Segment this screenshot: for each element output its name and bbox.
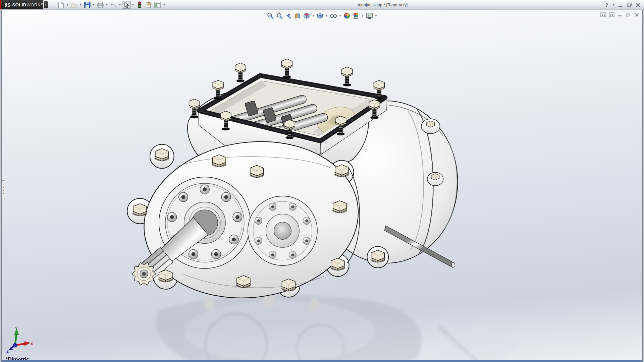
print-dropdown[interactable]: ▾ bbox=[105, 1, 109, 9]
document-title: menjac sklop * [Read-only] bbox=[358, 0, 408, 9]
zoom-to-area-icon bbox=[276, 12, 283, 19]
view-settings-dropdown[interactable]: ▾ bbox=[374, 12, 378, 20]
pane-arrow-icon: ◂ bbox=[3, 192, 4, 194]
display-style-dropdown[interactable]: ▾ bbox=[325, 12, 328, 20]
save-floppy-icon bbox=[84, 2, 91, 8]
view-settings-icon bbox=[366, 13, 373, 19]
hide-show-items-button[interactable] bbox=[329, 12, 337, 20]
standard-toolbar: ▾ ▾ ▾ bbox=[57, 0, 166, 9]
child-minimize-icon bbox=[618, 13, 622, 17]
apply-scene-dropdown[interactable]: ▾ bbox=[361, 12, 364, 20]
view-orientation-button[interactable] bbox=[303, 12, 311, 20]
help-icon: ? bbox=[605, 2, 608, 8]
open-button[interactable] bbox=[70, 1, 78, 9]
collapse-pane-icon bbox=[600, 12, 606, 17]
triad-z-label: Z bbox=[6, 349, 9, 353]
zoom-to-fit-button[interactable] bbox=[266, 12, 274, 20]
hide-show-dropdown[interactable]: ▾ bbox=[338, 12, 342, 20]
child-window-controls bbox=[600, 12, 640, 17]
file-properties-icon bbox=[145, 2, 152, 8]
zoom-to-fit-icon bbox=[267, 12, 274, 19]
expand-pane-button[interactable] bbox=[608, 12, 614, 17]
display-style-icon bbox=[317, 12, 323, 19]
feature-pane-tab[interactable]: ◂ ◂ ◂ bbox=[2, 180, 5, 199]
brand-solid: SOLID bbox=[12, 2, 26, 7]
print-icon bbox=[97, 2, 104, 8]
floor-reflection bbox=[156, 293, 524, 361]
eyeglasses-icon bbox=[330, 13, 337, 19]
help-dropdown[interactable]: ▾ bbox=[612, 1, 615, 9]
open-folder-icon bbox=[71, 2, 77, 8]
section-view-button[interactable] bbox=[293, 12, 302, 20]
view-orientation-dropdown[interactable]: ▾ bbox=[312, 12, 315, 20]
window-bottom-border bbox=[2, 360, 642, 361]
solidworks-logo: ∂S SOLIDWORKS bbox=[0, 0, 43, 9]
undo-arrow-icon bbox=[110, 2, 117, 8]
minimize-button[interactable] bbox=[617, 2, 624, 8]
close-icon bbox=[636, 3, 640, 7]
child-restore-button[interactable] bbox=[625, 12, 631, 17]
interference-lights-button[interactable] bbox=[135, 1, 144, 9]
undo-button[interactable] bbox=[109, 1, 118, 9]
title-bar: ∂S SOLIDWORKS ▸ ▾ ▾ bbox=[0, 0, 644, 9]
undo-dropdown[interactable]: ▾ bbox=[118, 1, 122, 9]
pane-arrow-icon: ◂ bbox=[3, 189, 4, 191]
cursor-arrow-icon bbox=[124, 2, 129, 8]
triad-y-label: Y bbox=[15, 326, 18, 330]
edit-appearance-button[interactable] bbox=[343, 12, 351, 20]
restore-button[interactable] bbox=[626, 2, 633, 8]
zoom-to-area-button[interactable] bbox=[275, 12, 283, 20]
options-button[interactable] bbox=[153, 1, 162, 9]
close-button[interactable] bbox=[634, 2, 642, 8]
ds-logo-icon: ∂S bbox=[5, 2, 10, 8]
gearbox-3d-model[interactable] bbox=[2, 10, 642, 361]
headsup-view-toolbar: ▾ ▾ ▾ bbox=[266, 12, 378, 20]
save-button[interactable] bbox=[83, 1, 92, 9]
new-document-button[interactable] bbox=[57, 1, 65, 9]
new-document-dropdown[interactable]: ▾ bbox=[66, 1, 69, 9]
select-tool-button[interactable] bbox=[122, 1, 131, 9]
select-dropdown[interactable]: ▾ bbox=[131, 1, 135, 9]
child-close-button[interactable] bbox=[634, 12, 640, 17]
appearance-ball-icon bbox=[343, 12, 350, 19]
window-controls: ? ▾ bbox=[603, 0, 642, 9]
solidworks-window: ∂S SOLIDWORKS ▸ ▾ ▾ bbox=[0, 0, 644, 362]
child-restore-icon bbox=[626, 13, 631, 17]
apply-scene-button[interactable] bbox=[352, 12, 360, 20]
new-document-icon bbox=[58, 2, 64, 8]
save-dropdown[interactable]: ▾ bbox=[92, 1, 96, 9]
restore-icon bbox=[627, 3, 632, 7]
collapse-pane-button[interactable] bbox=[600, 12, 606, 17]
options-dropdown[interactable]: ▾ bbox=[162, 1, 166, 9]
traffic-light-icon bbox=[138, 1, 141, 8]
minimize-icon bbox=[618, 3, 623, 7]
expand-pane-icon bbox=[609, 12, 614, 17]
graphics-viewport[interactable]: ▾ ▾ ▾ bbox=[1, 10, 643, 362]
triad-x-label: X bbox=[31, 342, 33, 346]
secondary-flange bbox=[248, 196, 317, 265]
menu-flyout-arrow[interactable]: ▸ bbox=[44, 1, 48, 8]
apply-scene-icon bbox=[353, 12, 359, 19]
view-orientation-icon bbox=[303, 12, 310, 19]
previous-view-icon bbox=[285, 12, 292, 19]
child-close-icon bbox=[635, 13, 639, 17]
child-minimize-button[interactable] bbox=[617, 12, 623, 17]
previous-view-button[interactable] bbox=[284, 12, 292, 20]
file-properties-button[interactable] bbox=[144, 1, 153, 9]
open-dropdown[interactable]: ▾ bbox=[79, 1, 83, 9]
orientation-triad: Y X Z bbox=[4, 326, 37, 353]
view-settings-button[interactable] bbox=[365, 12, 373, 20]
section-view-icon bbox=[294, 12, 301, 19]
help-button[interactable]: ? bbox=[603, 2, 610, 8]
brand-works: WORKS bbox=[26, 2, 44, 7]
options-list-icon bbox=[154, 2, 161, 8]
pane-arrow-icon: ◂ bbox=[3, 186, 4, 188]
print-button[interactable] bbox=[96, 1, 105, 9]
display-style-button[interactable] bbox=[316, 12, 324, 20]
